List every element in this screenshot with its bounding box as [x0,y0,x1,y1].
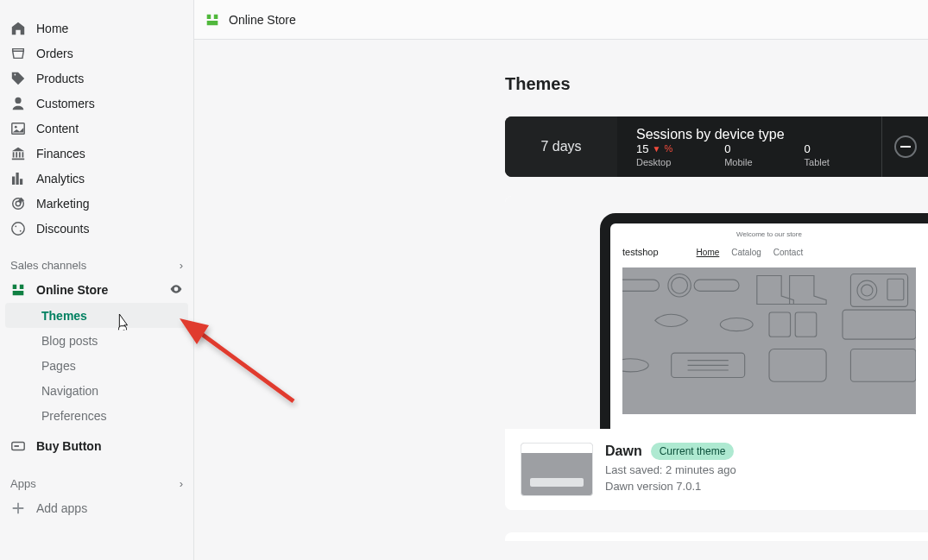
device-screen: Welcome to our store testshop Home Catal… [610,223,928,429]
mobile-label: Mobile [724,157,752,167]
page-header-title: Online Store [229,13,296,27]
sidebar: Home Orders Products Customers Content F… [0,0,194,560]
desktop-label: Desktop [636,157,672,167]
device-frame: Welcome to our store testshop Home Catal… [600,213,928,429]
stats-bar: 7 days Sessions by device type 15▼% Desk… [505,116,928,177]
customers-icon [10,96,26,111]
online-store-label: Online Store [36,283,108,297]
stats-range-label: 7 days [540,139,581,154]
theme-meta: Dawn Current theme Last saved: 2 minutes… [505,429,928,510]
sub-preferences-label: Preferences [41,409,106,423]
next-card-peek [505,532,928,541]
svg-rect-23 [769,349,826,381]
stat-tablet: 0 Tablet [805,142,830,167]
svg-point-11 [672,277,688,293]
nav-products-label: Products [36,72,84,85]
theme-last-saved: Last saved: 2 minutes ago [605,463,736,476]
nav-content[interactable]: Content [0,116,193,141]
svg-rect-19 [795,312,817,337]
theme-name: Dawn [605,444,642,459]
main-content: Online Store Themes 7 days Sessions by d… [194,0,928,560]
nav-finances[interactable]: Finances [0,141,193,166]
sales-channels-label: Sales channels [10,259,86,272]
page-title: Themes [505,74,928,94]
nav-marketing-label: Marketing [36,197,89,211]
trend-down-icon: ▼ [652,144,660,154]
apps-label: Apps [10,477,36,490]
theme-thumbnail [521,443,593,496]
svg-rect-6 [15,445,19,447]
home-icon [10,21,26,36]
preview-shop-name: testshop [622,247,659,257]
tablet-value: 0 [805,142,811,155]
nav-customers[interactable]: Customers [0,91,193,116]
analytics-icon [10,171,26,186]
marketing-icon [10,196,26,211]
preview-banner: Welcome to our store [622,230,916,243]
orders-icon [10,46,26,61]
svg-rect-9 [622,280,660,291]
svg-rect-12 [694,280,739,291]
sub-themes-label: Themes [41,309,87,323]
theme-version: Dawn version 7.0.1 [605,480,736,493]
preview-nav: testshop Home Catalog Contact [622,243,916,264]
nav-marketing[interactable]: Marketing [0,191,193,216]
buy-button-label: Buy Button [36,439,101,453]
finances-icon [10,146,26,161]
nav-orders[interactable]: Orders [0,41,193,66]
nav-content-label: Content [36,122,79,135]
svg-point-21 [622,359,648,372]
nav-home-label: Home [36,22,68,35]
sidebar-sub-preferences[interactable]: Preferences [5,403,188,428]
svg-rect-18 [769,312,791,337]
svg-rect-20 [843,310,916,339]
mobile-value: 0 [724,142,730,155]
stats-range[interactable]: 7 days [505,116,617,177]
sidebar-sub-pages[interactable]: Pages [5,353,188,378]
nav-home[interactable]: Home [0,16,193,41]
online-store-icon [205,12,220,28]
sidebar-sub-navigation[interactable]: Navigation [5,378,188,403]
sidebar-item-online-store[interactable]: Online Store [0,277,193,303]
svg-point-1 [15,125,17,128]
theme-preview: Welcome to our store testshop Home Catal… [505,196,928,429]
nav-discounts-label: Discounts [36,222,89,236]
sub-navigation-label: Navigation [41,384,98,398]
current-theme-badge: Current theme [651,443,735,460]
nav-analytics[interactable]: Analytics [0,166,193,191]
svg-rect-16 [887,279,904,300]
nav-analytics-label: Analytics [36,172,85,186]
sidebar-sub-blog-posts[interactable]: Blog posts [5,328,188,353]
svg-point-17 [720,318,753,331]
chevron-right-icon[interactable]: › [180,259,183,272]
add-apps[interactable]: Add apps [0,495,193,520]
stats-toggle[interactable] [881,116,928,177]
products-icon [10,71,26,86]
svg-rect-24 [850,349,916,381]
page-header: Online Store [194,0,928,40]
eye-icon[interactable] [169,282,183,299]
chevron-right-icon[interactable]: › [180,477,183,490]
nav-customers-label: Customers [36,97,95,110]
stat-desktop: 15▼% Desktop [636,142,672,167]
nav-products[interactable]: Products [0,66,193,91]
buy-button-icon [10,438,26,454]
tablet-label: Tablet [805,157,830,167]
nav-orders-label: Orders [36,47,73,60]
svg-point-15 [862,285,873,296]
add-apps-label: Add apps [36,501,87,515]
sidebar-item-buy-button[interactable]: Buy Button [0,433,193,459]
nav-finances-label: Finances [36,147,85,160]
nav-discounts[interactable]: Discounts [0,216,193,241]
preview-nav-contact: Contact [773,248,803,257]
online-store-icon [10,282,26,298]
svg-point-4 [12,222,24,234]
content-icon [10,121,26,136]
stat-mobile: 0 Mobile [724,142,752,167]
sessions-header: Sessions by device type [636,127,862,142]
preview-nav-catalog: Catalog [731,248,761,257]
preview-hero-image [622,267,916,414]
sales-channels-header: Sales channels › [0,253,193,277]
preview-nav-home: Home [697,248,720,257]
sidebar-sub-themes[interactable]: Themes [5,303,188,328]
